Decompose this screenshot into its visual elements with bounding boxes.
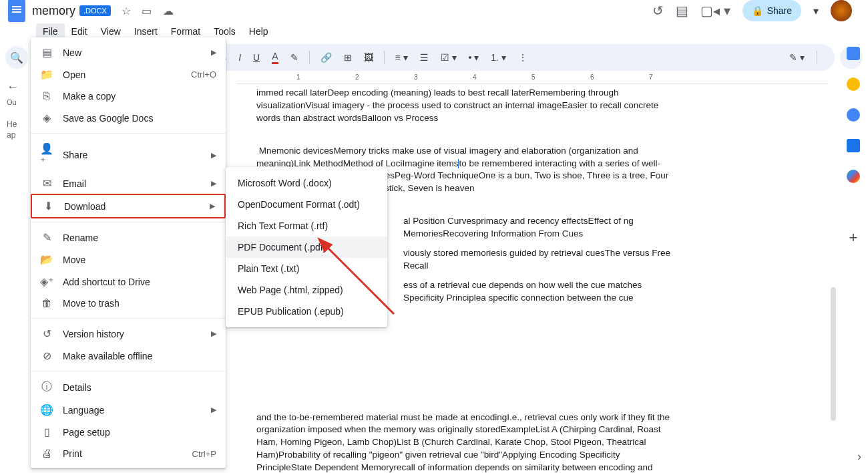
file-type-badge: .DOCX: [79, 5, 111, 16]
more-tools-button[interactable]: ⋮: [514, 49, 531, 65]
meet-icon[interactable]: ▢◂ ▾: [700, 3, 730, 19]
move-icon[interactable]: ▭: [142, 5, 152, 17]
download-epub[interactable]: EPUB Publication (.epub): [226, 301, 387, 322]
globe-icon: 🌐: [40, 404, 53, 416]
add-comment-button[interactable]: ⊞: [340, 49, 356, 65]
trash-icon: 🗑: [40, 297, 53, 309]
paragraph[interactable]: immed recall laterDeep encoding (meaning…: [256, 87, 670, 125]
download-rtf[interactable]: Rich Text Format (.rtf): [226, 215, 387, 236]
calendar-icon[interactable]: [847, 47, 860, 60]
contacts-icon[interactable]: [847, 139, 860, 152]
menu-new[interactable]: ▤ New ▶: [31, 41, 226, 63]
checklist-button[interactable]: ☑ ▾: [437, 49, 461, 65]
ruler-tick: 7: [649, 73, 653, 81]
insert-link-button[interactable]: 🔗: [316, 49, 336, 65]
menu-offline[interactable]: ⊘ Make available offline: [31, 345, 226, 367]
side-panel: +: [839, 40, 868, 245]
file-menu-dropdown: ▤ New ▶ 📁 Open Ctrl+O ⎘ Make a copy ◈ Sa…: [31, 37, 226, 468]
paragraph[interactable]: and the to-be-remembered material must b…: [256, 412, 670, 473]
search-menus-icon[interactable]: 🔍: [5, 46, 28, 69]
submenu-arrow-icon: ▶: [211, 151, 216, 160]
download-pdf[interactable]: PDF Document (.pdf): [226, 236, 387, 258]
submenu-arrow-icon: ▶: [211, 329, 216, 338]
shortcut-label: Ctrl+O: [191, 69, 216, 80]
add-on-plus-icon[interactable]: +: [847, 231, 860, 245]
highlight-button[interactable]: ✎: [286, 49, 302, 65]
underline-button[interactable]: U: [249, 49, 264, 65]
ruler-tick: 3: [414, 73, 418, 81]
ruler-tick: 4: [473, 73, 477, 81]
menu-open[interactable]: 📁 Open Ctrl+O: [31, 63, 226, 86]
share-button[interactable]: 🔒 Share: [742, 0, 801, 21]
ruler-tick: 1: [296, 73, 300, 81]
line-spacing-button[interactable]: ☰: [416, 49, 433, 65]
history-icon[interactable]: ↺: [652, 3, 664, 19]
page-setup-icon: ▯: [40, 426, 53, 438]
horizontal-ruler[interactable]: 1 2 3 4 5 6 7: [236, 73, 828, 84]
vertical-scrollbar[interactable]: [831, 287, 836, 421]
menu-rename[interactable]: ✎ Rename: [31, 226, 226, 249]
rename-icon: ✎: [40, 231, 53, 244]
download-icon: ⬇: [41, 200, 55, 212]
share-dropdown-caret[interactable]: ▾: [813, 5, 819, 17]
menu-email[interactable]: ✉ Email ▶: [31, 172, 226, 194]
share-label: Share: [767, 5, 792, 16]
download-submenu: Microsoft Word (.docx) OpenDocument Form…: [226, 167, 387, 327]
menu-move[interactable]: 📂 Move: [31, 249, 226, 271]
new-doc-icon: ▤: [40, 46, 53, 59]
download-docx[interactable]: Microsoft Word (.docx): [226, 172, 387, 194]
maps-icon[interactable]: [847, 170, 860, 183]
submenu-arrow-icon: ▶: [210, 202, 215, 210]
move-folder-icon: 📂: [40, 253, 53, 266]
menu-make-copy[interactable]: ⎘ Make a copy: [31, 86, 226, 107]
italic-button[interactable]: I: [234, 49, 245, 65]
outline-snippet: Heap: [7, 120, 23, 140]
download-html[interactable]: Web Page (.html, zipped): [226, 279, 387, 301]
align-button[interactable]: ≡ ▾: [391, 49, 412, 65]
menu-save-gdocs[interactable]: ◈ Save as Google Docs: [31, 107, 226, 129]
tasks-icon[interactable]: [847, 108, 860, 122]
star-icon[interactable]: ☆: [122, 5, 131, 17]
document-title[interactable]: memory: [32, 4, 75, 18]
text-color-button[interactable]: A: [268, 48, 282, 67]
bulleted-list-button[interactable]: • ▾: [465, 49, 483, 65]
drive-shortcut-icon: ◈⁺: [40, 275, 53, 288]
numbered-list-button[interactable]: 1. ▾: [487, 49, 510, 65]
account-avatar[interactable]: [831, 0, 852, 21]
menu-page-setup[interactable]: ▯ Page setup: [31, 421, 226, 443]
keep-icon[interactable]: [847, 77, 860, 91]
comments-icon[interactable]: ▤: [676, 3, 688, 19]
outline-label: Ou: [7, 98, 23, 106]
drive-icon: ◈: [40, 112, 53, 124]
show-side-panel-icon[interactable]: ›: [857, 450, 861, 464]
menu-details[interactable]: ⓘ Details: [31, 375, 226, 399]
docs-logo-icon[interactable]: [8, 0, 25, 22]
submenu-arrow-icon: ▶: [211, 48, 216, 57]
menu-download[interactable]: ⬇ Download ▶: [32, 195, 224, 217]
folder-open-icon: 📁: [40, 68, 53, 81]
ruler-tick: 2: [355, 73, 359, 81]
download-txt[interactable]: Plain Text (.txt): [226, 258, 387, 279]
insert-image-button[interactable]: 🖼: [360, 49, 377, 65]
outline-back-icon[interactable]: ←: [7, 80, 23, 94]
download-odt[interactable]: OpenDocument Format (.odt): [226, 194, 387, 215]
menu-trash[interactable]: 🗑 Move to trash: [31, 293, 226, 314]
info-icon: ⓘ: [40, 380, 53, 394]
menu-language[interactable]: 🌐 Language ▶: [31, 399, 226, 421]
print-icon: 🖨: [40, 448, 53, 460]
cloud-status-icon[interactable]: ☁: [163, 5, 174, 17]
menu-add-shortcut[interactable]: ◈⁺ Add shortcut to Drive: [31, 271, 226, 293]
menu-version-history[interactable]: ↺ Version history ▶: [31, 323, 226, 345]
ruler-tick: 6: [590, 73, 594, 81]
shortcut-label: Ctrl+P: [192, 449, 216, 459]
submenu-arrow-icon: ▶: [211, 179, 216, 188]
lock-icon: 🔒: [752, 5, 763, 16]
menu-help[interactable]: Help: [242, 23, 275, 39]
email-icon: ✉: [40, 177, 53, 190]
menu-print[interactable]: 🖨 Print Ctrl+P: [31, 443, 226, 464]
submenu-arrow-icon: ▶: [211, 406, 216, 414]
offline-icon: ⊘: [40, 349, 53, 362]
menu-share[interactable]: 👤⁺ Share ▶: [31, 138, 226, 172]
editing-mode-button[interactable]: ✎ ▾: [785, 49, 809, 65]
history-icon: ↺: [40, 327, 53, 340]
